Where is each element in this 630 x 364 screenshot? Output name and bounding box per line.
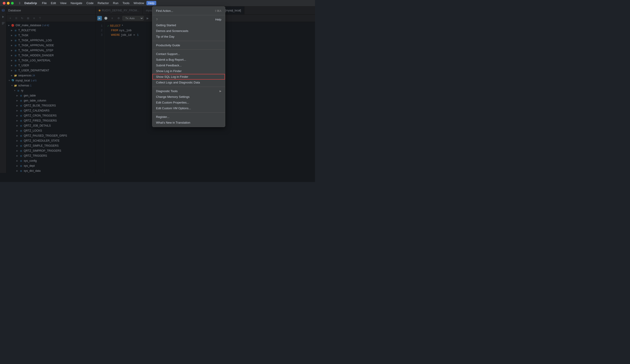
help-circle-icon: ?: [156, 18, 158, 21]
menu-item-label: Contact Support...: [156, 52, 180, 56]
menu-item-edit-custom-vm[interactable]: Edit Custom VM Options...: [152, 105, 225, 111]
menu-section-6: Register... What's New in Translation: [152, 114, 225, 126]
menu-item-label: Getting Started: [156, 23, 176, 27]
menu-item-diagnostic-tools[interactable]: Diagnostic Tools ▶: [152, 88, 225, 94]
title-bar:  DataGrip File Edit View Navigate Code …: [0, 0, 315, 6]
menu-item-help[interactable]: ? Help: [152, 17, 225, 22]
menu-item-show-log[interactable]: Show Log in Finder: [152, 68, 225, 74]
navigate-menu[interactable]: Navigate: [69, 1, 84, 5]
menu-item-label: Tip of the Day: [156, 35, 174, 38]
file-menu[interactable]: File: [40, 1, 49, 5]
run-menu[interactable]: Run: [111, 1, 120, 5]
menu-item-submit-bug[interactable]: Submit a Bug Report...: [152, 57, 225, 62]
menu-item-collect-logs[interactable]: Collect Logs and Diagnostic Data: [152, 80, 225, 85]
menu-item-register[interactable]: Register...: [152, 114, 225, 120]
menu-divider: [152, 112, 225, 113]
apple-menu[interactable]: : [17, 1, 22, 5]
menu-item-label: Diagnostic Tools: [156, 89, 178, 93]
menu-item-label: Submit a Bug Report...: [156, 58, 186, 61]
view-menu[interactable]: View: [58, 1, 68, 5]
code-menu[interactable]: Code: [84, 1, 95, 5]
shortcut: ⇧⌘A: [214, 9, 221, 12]
menu-item-find-action[interactable]: Find Action... ⇧⌘A: [152, 8, 225, 14]
minimize-button[interactable]: [7, 2, 10, 4]
submenu-arrow-icon: ▶: [220, 90, 221, 93]
menu-section-2: ? Help Getting Started Demos and Screenc…: [152, 16, 225, 40]
menu-item-show-sql-log[interactable]: Show SQL Log in Finder: [152, 74, 225, 80]
menu-item-productivity[interactable]: Productivity Guide: [152, 42, 225, 48]
menu-section-1: Find Action... ⇧⌘A: [152, 7, 225, 14]
menu-item-label: Edit Custom Properties...: [156, 101, 189, 104]
menu-section-3: Productivity Guide: [152, 42, 225, 49]
menu-item-demos[interactable]: Demos and Screencasts: [152, 28, 225, 34]
traffic-lights: [3, 2, 14, 4]
edit-menu[interactable]: Edit: [49, 1, 58, 5]
menu-item-label: Show SQL Log in Finder: [156, 75, 188, 78]
window-menu[interactable]: Window: [132, 1, 146, 5]
menu-item-edit-custom-props[interactable]: Edit Custom Properties...: [152, 100, 225, 105]
menu-divider: [152, 49, 225, 50]
menu-item-label: What's New in Translation: [156, 121, 190, 124]
menu-item-submit-feedback[interactable]: Submit Feedback...: [152, 62, 225, 68]
help-menu-trigger[interactable]: Help: [146, 1, 156, 5]
menu-item-change-memory[interactable]: Change Memory Settings: [152, 94, 225, 100]
menu-item-label: Demos and Screencasts: [156, 29, 188, 33]
menu-item-label: Show Log in Finder: [156, 69, 182, 73]
menu-item-tip[interactable]: Tip of the Day: [152, 34, 225, 39]
close-button[interactable]: [3, 2, 6, 4]
menu-item-getting-started[interactable]: Getting Started: [152, 22, 225, 28]
help-menu-dropdown: Find Action... ⇧⌘A ? Help Getting Starte…: [152, 6, 225, 127]
menu-item-label: Edit Custom VM Options...: [156, 107, 191, 110]
menu-section-4: Contact Support... Submit a Bug Report..…: [152, 51, 225, 86]
menu-item-label: Help: [215, 18, 221, 21]
menu-item-whats-new[interactable]: What's New in Translation: [152, 120, 225, 125]
menu-bar:  DataGrip File Edit View Navigate Code …: [17, 1, 312, 5]
refactor-menu[interactable]: Refactor: [96, 1, 110, 5]
menu-divider: [152, 87, 225, 87]
maximize-button[interactable]: [11, 2, 14, 4]
menu-item-label: Register...: [156, 115, 170, 119]
menu-item-label: Collect Logs and Diagnostic Data: [156, 81, 200, 84]
menu-section-5: Diagnostic Tools ▶ Change Memory Setting…: [152, 88, 225, 112]
menu-item-contact-support[interactable]: Contact Support...: [152, 51, 225, 57]
menu-divider: [152, 15, 225, 15]
app-name[interactable]: DataGrip: [22, 1, 39, 5]
menu-item-label: Change Memory Settings: [156, 95, 190, 99]
menu-item-label: Find Action...: [156, 9, 173, 12]
menu-item-label: Productivity Guide: [156, 43, 180, 47]
menu-item-label: Submit Feedback...: [156, 64, 182, 67]
tools-menu[interactable]: Tools: [120, 1, 131, 5]
